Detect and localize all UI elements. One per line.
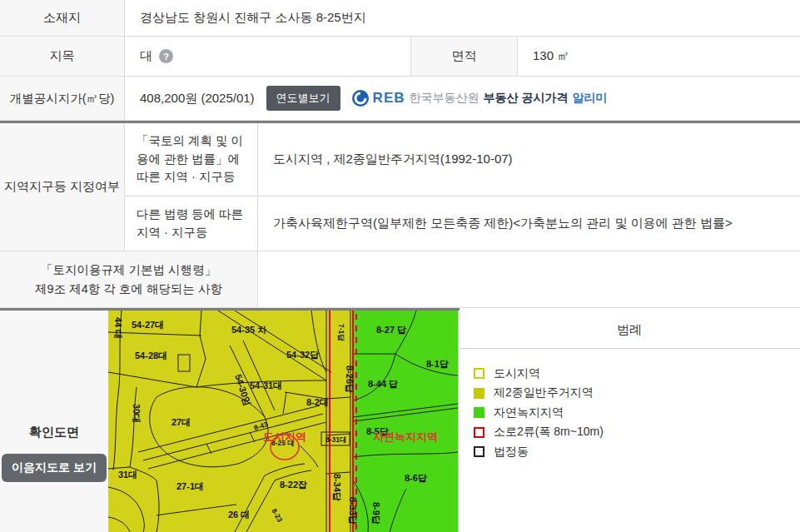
parcel-label: 54-35 차 [231,325,266,335]
cadastral-map: 54-27대 54-35 차 54-28대 54-32답 54-31대 54-3… [108,311,458,532]
legend-title: 범례 [459,311,800,349]
row-area-header: 면적 [411,37,518,77]
zoning-value-other-law: 가축사육제한구역(일부제한 모든축종 제한)<가축분뇨의 관리 및 이용에 관한… [258,196,800,251]
legend-panel: 범례 도시지역제2종일반주거지역자연녹지지역소로2류(폭 8m~10m)법정동 [458,311,800,532]
reb-logo-text: REB [373,90,405,107]
legend-item-label: 법정동 [494,445,529,460]
regulation-header-line1: 「토지이용규제 기본법 시행령」 [0,261,257,279]
legend-swatch [474,388,484,399]
price-value-text: 408,200원 (2025/01) [140,91,255,107]
row-category-value: 대 ? [125,37,411,77]
map-panel-title: 확인도면 [29,425,79,440]
row-price-header: 개별공시지가(㎡당) [0,77,125,121]
row-price-value: 408,200원 (2025/01) 연도별보기 REB 한국부동산원 부동산 … [125,77,800,121]
legend-item-label: 자연녹지지역 [494,405,564,420]
legend-item: 법정동 [474,442,800,462]
parcel-label: 54-27대 [132,320,164,330]
map-panel: 확인도면 이음지도로 보기 [0,311,108,532]
legend-swatch [474,446,484,457]
legend-swatch [474,427,484,438]
row-category-header: 지목 [0,37,125,77]
parcel-label: 8-26답 [345,365,355,393]
reb-service-text: 부동산 공시가격 [484,91,569,106]
yearly-view-button[interactable]: 연도별보기 [266,86,340,111]
legend-item-label: 제2종일반주거지역 [494,385,594,400]
zoning-subheader-other-law: 다른 법령 등에 따른 지역 · 지구등 [125,196,258,251]
reb-org-text: 한국부동산원 [410,91,480,106]
parcel-label: 7-1답 [337,324,345,341]
parcel-label: 26 대 [228,510,250,520]
reb-logo: REB 한국부동산원 부동산 공시가격 알리미 [352,90,608,107]
zoning-header: 지역지구등 지정여부 [0,123,125,251]
legend-item-label: 도시지역 [494,366,540,381]
parcel-label: 54-31대 [250,380,282,390]
help-icon[interactable]: ? [159,49,173,63]
row-area-value: 130 ㎡ [518,37,800,77]
parcel-label: 8-33답 [348,497,358,525]
land-use-plan-page: 소재지 경상남도 창원시 진해구 소사동 8-25번지 지목 대 ? 면적 13… [0,0,800,532]
legend-item: 자연녹지지역 [474,403,800,423]
price-alert-link[interactable]: 알리미 [572,91,607,106]
parcel-label: 8-27 답 [376,325,406,335]
legend-item: 소로2류(폭 8m~10m) [474,423,800,443]
open-eum-map-button[interactable]: 이음지도로 보기 [2,454,107,482]
parcel-label: 27-1대 [176,481,204,491]
category-value-text: 대 [140,48,152,64]
parcel-label: 8-1답 [426,359,449,369]
parcel-label: 27대 [171,417,191,427]
parcel-label: 8-22잡 [280,480,307,490]
row-location-header: 소재지 [0,0,125,37]
parcel-label: 8-31대 [325,435,347,444]
green-zone-area [352,311,458,532]
reb-logo-icon [352,90,369,107]
zoning-subheader-national-law: 「국토의 계획 및 이용에 관한 법률」에 따른 지역 · 지구등 [125,123,258,196]
legend-swatch [474,368,484,379]
parcel-label: 8-6답 [405,473,427,483]
regulation-value [258,251,800,308]
parcel-label: 31대 [118,470,137,480]
legend-items: 도시지역제2종일반주거지역자연녹지지역소로2류(폭 8m~10m)법정동 [459,349,800,462]
map-zone-label-green: 자연녹지지역 [373,430,438,443]
map-zone-label-urban: 도시지역 [263,430,306,443]
legend-item: 제2종일반주거지역 [474,384,800,404]
parcel-label: 44 대 [113,317,123,339]
parcel-label: 54-28대 [135,351,167,360]
legend-swatch [474,407,484,418]
legend-item: 도시지역 [474,364,800,384]
parcel-label: 30대 [132,404,142,423]
regulation-header-line2: 제9조 제4항 각 호에 해당되는 사항 [0,280,257,298]
parcel-label: 8-44 답 [368,379,398,389]
parcel-label: 8-34답 [332,474,342,501]
legend-item-label: 소로2류(폭 8m~10m) [494,425,604,440]
zoning-value-national-law: 도시지역 , 제2종일반주거지역(1992-10-07) [258,123,800,196]
parcel-label: 54-32답 [286,350,319,360]
parcel-label: 8-2대 [306,397,329,407]
row-location-value: 경상남도 창원시 진해구 소사동 8-25번지 [125,0,800,37]
parcel-label: 8-9답 [371,502,381,525]
regulation-header: 「토지이용규제 기본법 시행령」 제9조 제4항 각 호에 해당되는 사항 [0,251,258,308]
